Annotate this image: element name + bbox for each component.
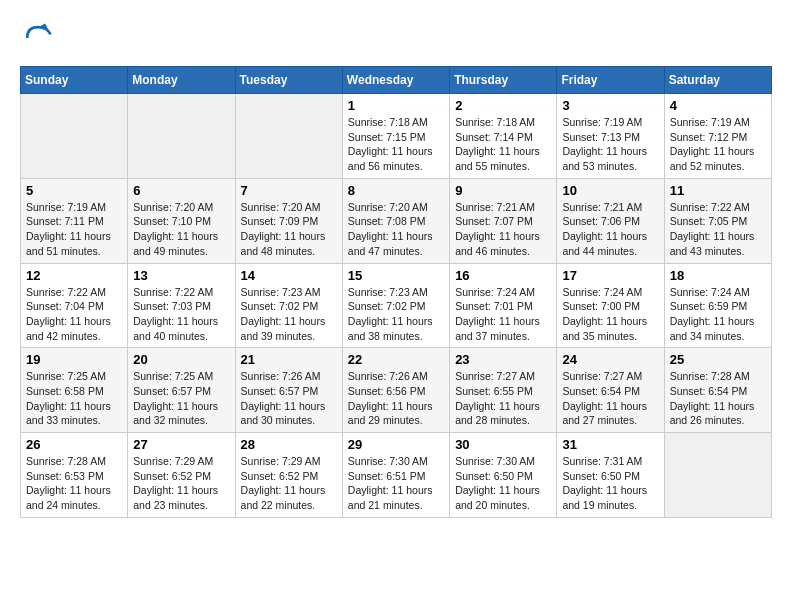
day-info: Sunrise: 7:27 AM Sunset: 6:54 PM Dayligh… [562,369,658,428]
calendar-cell [128,94,235,179]
day-number: 31 [562,437,658,452]
day-number: 25 [670,352,766,367]
calendar-cell: 17Sunrise: 7:24 AM Sunset: 7:00 PM Dayli… [557,263,664,348]
day-info: Sunrise: 7:23 AM Sunset: 7:02 PM Dayligh… [348,285,444,344]
day-info: Sunrise: 7:23 AM Sunset: 7:02 PM Dayligh… [241,285,337,344]
day-info: Sunrise: 7:19 AM Sunset: 7:12 PM Dayligh… [670,115,766,174]
day-info: Sunrise: 7:27 AM Sunset: 6:55 PM Dayligh… [455,369,551,428]
calendar-cell: 28Sunrise: 7:29 AM Sunset: 6:52 PM Dayli… [235,433,342,518]
weekday-header-monday: Monday [128,67,235,94]
day-info: Sunrise: 7:22 AM Sunset: 7:03 PM Dayligh… [133,285,229,344]
weekday-header-row: SundayMondayTuesdayWednesdayThursdayFrid… [21,67,772,94]
calendar-cell: 29Sunrise: 7:30 AM Sunset: 6:51 PM Dayli… [342,433,449,518]
day-info: Sunrise: 7:20 AM Sunset: 7:08 PM Dayligh… [348,200,444,259]
day-info: Sunrise: 7:19 AM Sunset: 7:11 PM Dayligh… [26,200,122,259]
calendar-cell: 19Sunrise: 7:25 AM Sunset: 6:58 PM Dayli… [21,348,128,433]
day-number: 13 [133,268,229,283]
calendar-cell: 26Sunrise: 7:28 AM Sunset: 6:53 PM Dayli… [21,433,128,518]
day-info: Sunrise: 7:18 AM Sunset: 7:14 PM Dayligh… [455,115,551,174]
day-number: 16 [455,268,551,283]
page-header [20,20,772,56]
calendar-week-row: 19Sunrise: 7:25 AM Sunset: 6:58 PM Dayli… [21,348,772,433]
day-info: Sunrise: 7:24 AM Sunset: 7:01 PM Dayligh… [455,285,551,344]
calendar-week-row: 26Sunrise: 7:28 AM Sunset: 6:53 PM Dayli… [21,433,772,518]
day-number: 8 [348,183,444,198]
calendar-cell: 23Sunrise: 7:27 AM Sunset: 6:55 PM Dayli… [450,348,557,433]
day-number: 26 [26,437,122,452]
calendar-cell: 11Sunrise: 7:22 AM Sunset: 7:05 PM Dayli… [664,178,771,263]
weekday-header-saturday: Saturday [664,67,771,94]
day-info: Sunrise: 7:26 AM Sunset: 6:56 PM Dayligh… [348,369,444,428]
calendar-cell: 10Sunrise: 7:21 AM Sunset: 7:06 PM Dayli… [557,178,664,263]
day-info: Sunrise: 7:28 AM Sunset: 6:53 PM Dayligh… [26,454,122,513]
day-number: 10 [562,183,658,198]
day-number: 23 [455,352,551,367]
logo-icon [20,20,56,56]
day-number: 28 [241,437,337,452]
calendar-cell: 3Sunrise: 7:19 AM Sunset: 7:13 PM Daylig… [557,94,664,179]
calendar-cell: 9Sunrise: 7:21 AM Sunset: 7:07 PM Daylig… [450,178,557,263]
day-number: 29 [348,437,444,452]
day-number: 2 [455,98,551,113]
calendar-week-row: 1Sunrise: 7:18 AM Sunset: 7:15 PM Daylig… [21,94,772,179]
calendar-cell: 21Sunrise: 7:26 AM Sunset: 6:57 PM Dayli… [235,348,342,433]
day-number: 22 [348,352,444,367]
day-number: 27 [133,437,229,452]
day-info: Sunrise: 7:31 AM Sunset: 6:50 PM Dayligh… [562,454,658,513]
calendar-cell: 12Sunrise: 7:22 AM Sunset: 7:04 PM Dayli… [21,263,128,348]
day-number: 15 [348,268,444,283]
calendar-cell: 25Sunrise: 7:28 AM Sunset: 6:54 PM Dayli… [664,348,771,433]
day-info: Sunrise: 7:22 AM Sunset: 7:05 PM Dayligh… [670,200,766,259]
day-number: 11 [670,183,766,198]
day-number: 3 [562,98,658,113]
weekday-header-tuesday: Tuesday [235,67,342,94]
day-number: 17 [562,268,658,283]
logo [20,20,62,56]
day-info: Sunrise: 7:19 AM Sunset: 7:13 PM Dayligh… [562,115,658,174]
day-number: 14 [241,268,337,283]
calendar-cell [235,94,342,179]
day-info: Sunrise: 7:29 AM Sunset: 6:52 PM Dayligh… [133,454,229,513]
day-info: Sunrise: 7:26 AM Sunset: 6:57 PM Dayligh… [241,369,337,428]
day-info: Sunrise: 7:25 AM Sunset: 6:57 PM Dayligh… [133,369,229,428]
day-number: 7 [241,183,337,198]
day-info: Sunrise: 7:30 AM Sunset: 6:51 PM Dayligh… [348,454,444,513]
weekday-header-thursday: Thursday [450,67,557,94]
weekday-header-friday: Friday [557,67,664,94]
day-info: Sunrise: 7:20 AM Sunset: 7:10 PM Dayligh… [133,200,229,259]
day-number: 5 [26,183,122,198]
day-info: Sunrise: 7:22 AM Sunset: 7:04 PM Dayligh… [26,285,122,344]
calendar-cell: 8Sunrise: 7:20 AM Sunset: 7:08 PM Daylig… [342,178,449,263]
calendar-cell: 16Sunrise: 7:24 AM Sunset: 7:01 PM Dayli… [450,263,557,348]
day-number: 21 [241,352,337,367]
calendar-cell: 18Sunrise: 7:24 AM Sunset: 6:59 PM Dayli… [664,263,771,348]
day-info: Sunrise: 7:24 AM Sunset: 7:00 PM Dayligh… [562,285,658,344]
calendar-cell: 7Sunrise: 7:20 AM Sunset: 7:09 PM Daylig… [235,178,342,263]
calendar-cell: 1Sunrise: 7:18 AM Sunset: 7:15 PM Daylig… [342,94,449,179]
calendar-week-row: 12Sunrise: 7:22 AM Sunset: 7:04 PM Dayli… [21,263,772,348]
day-info: Sunrise: 7:21 AM Sunset: 7:07 PM Dayligh… [455,200,551,259]
day-number: 4 [670,98,766,113]
calendar-cell [664,433,771,518]
day-number: 24 [562,352,658,367]
day-info: Sunrise: 7:29 AM Sunset: 6:52 PM Dayligh… [241,454,337,513]
calendar-cell: 5Sunrise: 7:19 AM Sunset: 7:11 PM Daylig… [21,178,128,263]
weekday-header-wednesday: Wednesday [342,67,449,94]
day-number: 30 [455,437,551,452]
calendar-cell: 6Sunrise: 7:20 AM Sunset: 7:10 PM Daylig… [128,178,235,263]
day-number: 9 [455,183,551,198]
calendar-cell: 2Sunrise: 7:18 AM Sunset: 7:14 PM Daylig… [450,94,557,179]
calendar-cell: 24Sunrise: 7:27 AM Sunset: 6:54 PM Dayli… [557,348,664,433]
calendar-cell: 22Sunrise: 7:26 AM Sunset: 6:56 PM Dayli… [342,348,449,433]
calendar-cell [21,94,128,179]
calendar-cell: 4Sunrise: 7:19 AM Sunset: 7:12 PM Daylig… [664,94,771,179]
calendar-cell: 30Sunrise: 7:30 AM Sunset: 6:50 PM Dayli… [450,433,557,518]
day-info: Sunrise: 7:24 AM Sunset: 6:59 PM Dayligh… [670,285,766,344]
day-info: Sunrise: 7:25 AM Sunset: 6:58 PM Dayligh… [26,369,122,428]
day-info: Sunrise: 7:30 AM Sunset: 6:50 PM Dayligh… [455,454,551,513]
day-number: 1 [348,98,444,113]
day-info: Sunrise: 7:20 AM Sunset: 7:09 PM Dayligh… [241,200,337,259]
day-number: 6 [133,183,229,198]
calendar-cell: 20Sunrise: 7:25 AM Sunset: 6:57 PM Dayli… [128,348,235,433]
calendar-cell: 27Sunrise: 7:29 AM Sunset: 6:52 PM Dayli… [128,433,235,518]
